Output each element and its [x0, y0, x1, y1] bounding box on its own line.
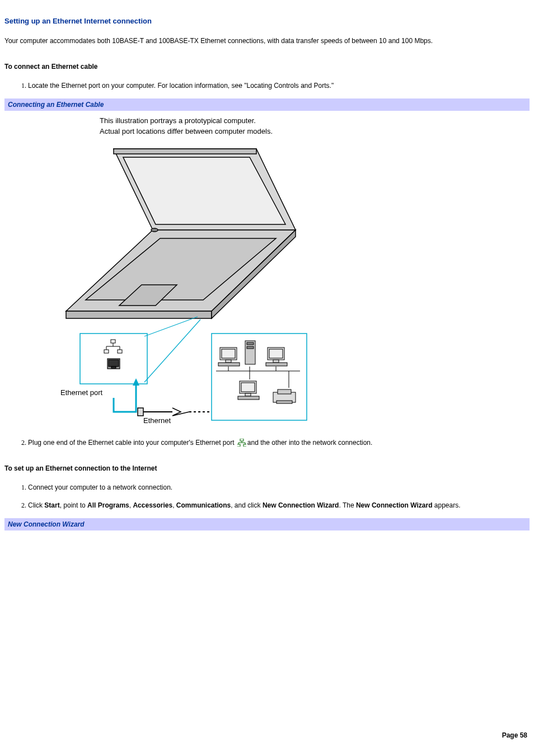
svg-rect-45 [238, 396, 259, 400]
intro-paragraph: Your computer accommodates both 10BASE-T… [4, 36, 530, 46]
network-icon [237, 439, 246, 447]
svg-rect-24 [212, 334, 307, 420]
svg-rect-30 [226, 360, 231, 363]
svg-marker-4 [66, 311, 212, 318]
svg-rect-43 [241, 383, 255, 392]
svg-rect-35 [266, 363, 287, 366]
figure-title-bar: Connecting an Ethernet Cable [4, 98, 530, 111]
svg-rect-49 [240, 439, 243, 441]
svg-rect-31 [218, 363, 240, 366]
label-ethernet-cable-l1: Ethernet [143, 416, 171, 425]
svg-rect-18 [109, 360, 119, 367]
step-item: Plug one end of the Ethernet cable into … [28, 438, 530, 448]
label-ethernet-port: Ethernet port [60, 388, 103, 397]
subheading-setup-internet: To set up an Ethernet connection to the … [4, 463, 530, 473]
svg-line-21 [144, 317, 198, 336]
svg-rect-47 [278, 389, 291, 394]
step2-text-part1: Plug one end of the Ethernet cable into … [28, 439, 236, 447]
svg-rect-54 [237, 444, 240, 447]
label-ethernet-cable-l2: cable [143, 425, 161, 426]
step-item: Connect your computer to a network conne… [28, 482, 530, 492]
svg-rect-33 [269, 349, 283, 358]
svg-marker-1 [114, 149, 256, 154]
svg-point-8 [151, 228, 158, 232]
illustration: Ethernet port Ethernet cable [55, 140, 530, 429]
svg-rect-48 [277, 401, 292, 403]
svg-rect-27 [247, 346, 254, 349]
step-item: Click Start, point to All Programs, Acce… [28, 500, 530, 510]
svg-rect-55 [243, 444, 246, 447]
svg-rect-26 [247, 342, 254, 345]
figure-caption: This illustration portrays a prototypica… [100, 115, 530, 137]
figure-title-bar: New Connection Wizard [4, 518, 530, 530]
svg-rect-19 [111, 367, 116, 368]
section-heading: Setting up an Ethernet Internet connecti… [4, 16, 530, 27]
step2-text-part2: and the other into the network connectio… [247, 439, 372, 447]
svg-line-22 [144, 320, 200, 382]
figure-caption-line1: This illustration portrays a prototypica… [100, 116, 256, 125]
figure-caption-line2: Actual port locations differ between com… [100, 127, 273, 135]
svg-rect-29 [222, 349, 235, 358]
step-item: Locate the Ethernet port on your compute… [28, 81, 530, 91]
svg-rect-44 [245, 393, 251, 396]
subheading-connect-cable: To connect an Ethernet cable [4, 62, 530, 72]
page-number: Page 58 [502, 730, 527, 740]
svg-rect-34 [273, 360, 279, 363]
svg-rect-23 [138, 408, 143, 416]
